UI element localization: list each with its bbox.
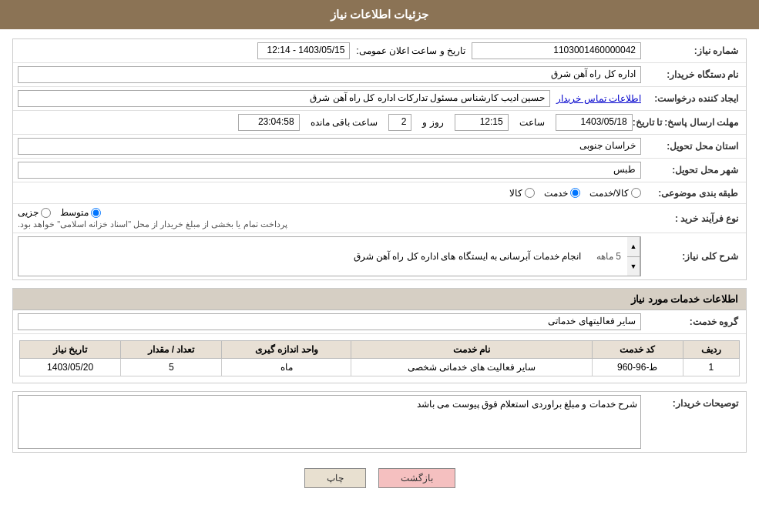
- request-number-label: شماره نیاز:: [641, 45, 741, 56]
- service-group-input: سایر فعالیتهای خدماتی: [18, 313, 641, 330]
- reply-remaining-value: 23:04:58: [258, 116, 294, 127]
- page-title: جزئیات اطلاعات نیاز: [331, 8, 428, 21]
- request-number-value-col: 1103001460000042 تاریخ و ساعت اعلان عموم…: [18, 42, 641, 59]
- table-cell-code: ط-96-960: [592, 359, 683, 376]
- announce-date-input: 1403/05/15 - 12:14: [257, 42, 350, 59]
- buyer-desc-textarea[interactable]: [18, 395, 641, 449]
- radio-item-khadamat[interactable]: خدمت: [544, 188, 580, 199]
- col-unit: واحد اندازه گیری: [222, 341, 351, 359]
- table-row: 1ط-96-960سایر فعالیت های خدماتی شخصیماه5…: [20, 359, 740, 376]
- row-province: استان محل تحویل: خراسان جنوبی: [13, 135, 746, 159]
- city-value: طبس: [613, 164, 636, 175]
- table-cell-date: 1403/05/20: [20, 359, 121, 376]
- row-reply-deadline: مهلت ارسال پاسخ: تا تاریخ: 1403/05/18 سا…: [13, 111, 746, 135]
- province-value-col: خراسان جنوبی: [18, 138, 641, 155]
- print-button[interactable]: چاپ: [304, 468, 366, 488]
- radio-khadamat[interactable]: [570, 188, 580, 198]
- purchase-type-radio-group: متوسط جزیی: [18, 207, 101, 218]
- radio-khadamat-label: خدمت: [544, 188, 568, 199]
- radio-kala-label: کالا: [509, 188, 522, 199]
- request-number-input: 1103001460000042: [472, 42, 641, 59]
- reply-time-value: 12:15: [480, 116, 503, 127]
- table-cell-name: سایر فعالیت های خدماتی شخصی: [351, 359, 592, 376]
- reply-deadline-value-col: 1403/05/18 ساعت 12:15 روز و 2 ساعت باقی …: [18, 114, 633, 131]
- city-input: طبس: [18, 162, 641, 179]
- table-cell-unit: ماه: [222, 359, 351, 376]
- row-buyer-org: نام دستگاه خریدار: اداره کل راه آهن شرق: [13, 63, 746, 87]
- service-group-value: سایر فعالیتهای خدماتی: [548, 316, 636, 326]
- row-purchase-type: نوع فرآیند خرید : متوسط جزیی پرداخت تمام…: [13, 204, 746, 233]
- buyer-desc-section: توصیحات خریدار:: [12, 391, 747, 453]
- col-code: کد خدمت: [592, 341, 683, 359]
- creator-label: ایجاد کننده درخواست:: [641, 93, 741, 104]
- category-value-col: کالا/خدمت خدمت کالا: [18, 188, 641, 199]
- city-label: شهر محل تحویل:: [641, 165, 741, 176]
- general-desc-scroll-box: ▲ ▼ 5 ماهه انجام خدمات آبرسانی به ایستگا…: [18, 236, 641, 276]
- service-group-label: گروه خدمت:: [641, 316, 741, 327]
- creator-value: حسین ادیب کارشناس مسئول تدارکات اداره کل…: [310, 92, 545, 103]
- radio-kala-khadamat-label: کالا/خدمت: [589, 188, 629, 199]
- radio-jozi-label: جزیی: [18, 207, 39, 218]
- general-desc-label: شرح کلی نیاز:: [641, 251, 741, 262]
- row-general-desc: شرح کلی نیاز: ▲ ▼ 5 ماهه انجام خدمات آبر…: [13, 233, 746, 279]
- buyer-desc-label: توصیحات خریدار:: [641, 395, 741, 409]
- reply-time-label: ساعت: [519, 117, 545, 128]
- scroll-up-button[interactable]: ▲: [627, 237, 640, 257]
- purchase-type-value-col: متوسط جزیی پرداخت تمام یا بخشی از مبلغ خ…: [18, 207, 641, 229]
- radio-item-kala-khadamat[interactable]: کالا/خدمت: [589, 188, 641, 199]
- service-group-value-col: سایر فعالیتهای خدماتی: [18, 313, 641, 330]
- radio-jozi[interactable]: [41, 208, 51, 218]
- reply-date-value: 1403/05/18: [581, 116, 627, 127]
- services-section-title: اطلاعات خدمات مورد نیاز: [13, 289, 746, 310]
- reply-remaining-label: ساعت باقی مانده: [311, 117, 378, 128]
- province-value: خراسان جنوبی: [579, 140, 636, 151]
- radio-item-kala[interactable]: کالا: [509, 188, 535, 199]
- city-value-col: طبس: [18, 162, 641, 179]
- reply-days-value: 2: [401, 116, 407, 127]
- buyer-org-label: نام دستگاه خریدار:: [641, 69, 741, 80]
- row-creator: ایجاد کننده درخواست: اطلاعات تماس خریدار…: [13, 87, 746, 111]
- col-quantity: تعداد / مقدار: [121, 341, 222, 359]
- reply-time-input: 12:15: [455, 114, 509, 131]
- radio-kala-khadamat[interactable]: [631, 188, 641, 198]
- buyer-desc-value-col: [18, 395, 641, 449]
- radio-item-mottavaset[interactable]: متوسط: [60, 207, 101, 218]
- col-name: نام خدمت: [351, 341, 592, 359]
- col-row: ردیف: [683, 341, 739, 359]
- creator-link[interactable]: اطلاعات تماس خریدار: [556, 93, 641, 104]
- page-wrapper: جزئیات اطلاعات نیاز شماره نیاز: 11030014…: [0, 0, 759, 532]
- province-input: خراسان جنوبی: [18, 138, 641, 155]
- services-table-container: ردیف کد خدمت نام خدمت واحد اندازه گیری ت…: [13, 334, 746, 383]
- creator-value-col: اطلاعات تماس خریدار حسین ادیب کارشناس مس…: [18, 90, 641, 107]
- table-cell-row: 1: [683, 359, 739, 376]
- reply-date-input: 1403/05/18: [556, 114, 633, 131]
- province-label: استان محل تحویل:: [641, 141, 741, 152]
- scroll-down-button[interactable]: ▼: [627, 257, 640, 276]
- radio-mottavaset[interactable]: [91, 208, 101, 218]
- services-section: اطلاعات خدمات مورد نیاز گروه خدمت: سایر …: [12, 288, 747, 383]
- general-desc-content: 5 ماهه انجام خدمات آبرسانی به ایستگاه ها…: [18, 237, 627, 276]
- buyer-org-value-col: اداره کل راه آهن شرق: [18, 66, 641, 83]
- radio-kala[interactable]: [525, 188, 535, 198]
- purchase-type-label: نوع فرآیند خرید :: [641, 213, 741, 224]
- back-button[interactable]: بازگشت: [378, 468, 455, 488]
- row-buyer-desc: توصیحات خریدار:: [13, 392, 746, 452]
- row-city: شهر محل تحویل: طبس: [13, 159, 746, 182]
- radio-item-jozi[interactable]: جزیی: [18, 207, 51, 218]
- content-area: شماره نیاز: 1103001460000042 تاریخ و ساع…: [0, 29, 759, 505]
- reply-remaining-input: 23:04:58: [238, 114, 300, 131]
- services-table: ردیف کد خدمت نام خدمت واحد اندازه گیری ت…: [19, 340, 740, 376]
- button-row: بازگشت چاپ: [12, 460, 747, 496]
- creator-input: حسین ادیب کارشناس مسئول تدارکات اداره کل…: [18, 90, 550, 107]
- row-service-group: گروه خدمت: سایر فعالیتهای خدماتی: [13, 310, 746, 334]
- reply-days-label: روز و: [422, 117, 443, 128]
- row-request-number: شماره نیاز: 1103001460000042 تاریخ و ساع…: [13, 39, 746, 63]
- category-radio-group: کالا/خدمت خدمت کالا: [509, 188, 641, 199]
- row-category: طبقه بندی موضوعی: کالا/خدمت خدمت: [13, 182, 746, 204]
- buyer-org-value: اداره کل راه آهن شرق: [551, 69, 636, 79]
- purchase-type-note: پرداخت تمام یا بخشی از مبلغ خریدار از مح…: [18, 219, 287, 229]
- reply-deadline-label: مهلت ارسال پاسخ: تا تاریخ:: [633, 117, 741, 128]
- announce-date-label: تاریخ و ساعت اعلان عمومی:: [356, 45, 465, 56]
- table-cell-quantity: 5: [121, 359, 222, 376]
- reply-days-input: 2: [388, 114, 411, 131]
